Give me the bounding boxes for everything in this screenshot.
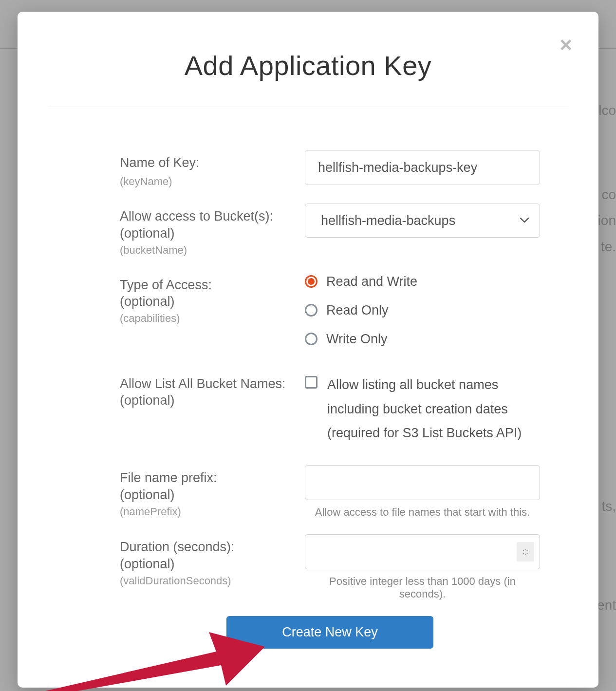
label-list-all: Allow List All Bucket Names:: [120, 375, 295, 393]
radio-icon: [305, 333, 317, 345]
label-prefix: File name prefix:: [120, 469, 295, 487]
add-application-key-modal: × Add Application Key Name of Key: (keyN…: [18, 12, 598, 688]
create-key-button[interactable]: Create New Key: [226, 616, 433, 649]
radio-read-only[interactable]: Read Only: [305, 303, 540, 318]
radio-label: Read and Write: [326, 274, 417, 289]
radio-write-only[interactable]: Write Only: [305, 332, 540, 347]
label-access: Type of Access:: [120, 276, 295, 295]
label-bucket: Allow access to Bucket(s):: [120, 207, 295, 226]
row-prefix: File name prefix: (optional) (namePrefix…: [120, 465, 540, 519]
row-bucket: Allow access to Bucket(s): (optional) (b…: [120, 204, 540, 257]
radio-label: Write Only: [326, 332, 388, 347]
label-key-name: Name of Key:: [120, 154, 295, 172]
label-list-all-optional: (optional): [120, 393, 295, 408]
label-prefix-code: (namePrefix): [120, 505, 295, 518]
row-access: Type of Access: (optional) (capabilities…: [120, 272, 540, 347]
label-key-name-code: (keyName): [120, 175, 295, 188]
label-access-optional: (optional): [120, 294, 295, 309]
duration-input[interactable]: [305, 534, 540, 569]
row-key-name: Name of Key: (keyName): [120, 150, 540, 188]
bucket-select[interactable]: hellfish-media-backups: [305, 204, 540, 238]
duration-help: Positive integer less than 1000 days (in…: [305, 575, 540, 600]
close-icon[interactable]: ×: [560, 34, 572, 56]
list-all-checkbox-label: Allow listing all bucket names including…: [327, 373, 540, 446]
label-prefix-optional: (optional): [120, 487, 295, 503]
key-name-input[interactable]: [305, 150, 540, 185]
modal-title: Add Application Key: [18, 12, 598, 107]
radio-icon: [305, 304, 317, 317]
label-access-code: (capabilities): [120, 312, 295, 325]
row-list-all: Allow List All Bucket Names: (optional) …: [120, 371, 540, 446]
row-duration: Duration (seconds): (optional) (validDur…: [120, 534, 540, 600]
label-bucket-optional: (optional): [120, 226, 295, 241]
chevron-down-icon: ﹀: [523, 552, 529, 558]
prefix-help: Allow access to file names that start wi…: [305, 506, 540, 519]
number-stepper[interactable]: ︿ ﹀: [517, 542, 534, 561]
radio-icon-selected: [305, 275, 317, 288]
radio-label: Read Only: [326, 303, 389, 318]
label-duration-code: (validDurationSeconds): [120, 575, 295, 587]
label-duration-optional: (optional): [120, 557, 295, 572]
list-all-checkbox[interactable]: [305, 376, 317, 389]
label-bucket-code: (bucketName): [120, 244, 295, 257]
label-duration: Duration (seconds):: [120, 538, 295, 557]
radio-read-write[interactable]: Read and Write: [305, 274, 540, 289]
prefix-input[interactable]: [305, 465, 540, 500]
